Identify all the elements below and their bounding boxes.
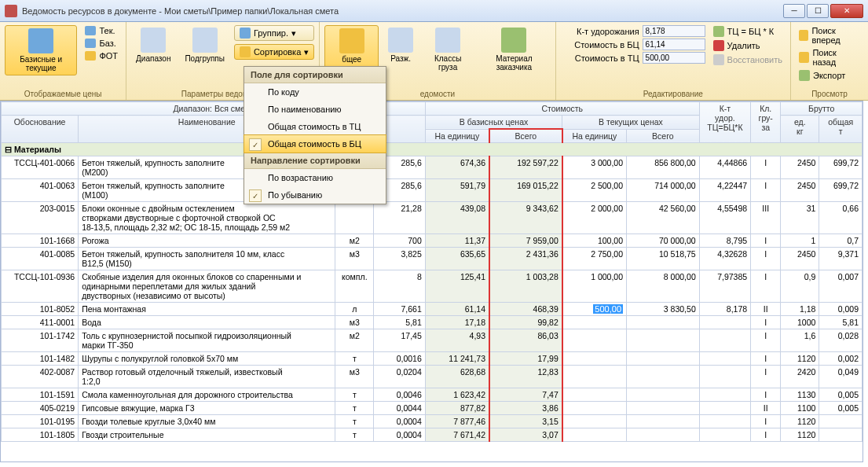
restore-icon [713,54,724,65]
check-icon: ✓ [249,138,262,151]
sort-dir-header: Направление сортировки [244,153,386,169]
export-icon [799,70,810,81]
sbc-input[interactable] [643,39,705,50]
check-icon: ✓ [249,189,262,202]
sort-desc[interactable]: ✓По убыванию [244,186,386,204]
sort-button[interactable]: Сортировка ▾ [234,44,314,60]
titlebar: Ведомость ресурсов в документе - Мои сме… [0,0,868,22]
export-button[interactable]: Экспорт [796,69,863,82]
stc-input[interactable] [643,52,705,64]
restore-button[interactable]: Восстановить [710,53,786,66]
table-row[interactable]: 402-0087Раствор готовый отделочный тяжел… [2,366,863,388]
table-row[interactable]: 101-8052Пена монтажнаял7,66161,14468,395… [2,303,863,316]
baz-icon [85,39,96,48]
kt-input[interactable] [643,25,705,37]
search-fwd-icon [799,30,808,41]
table-row[interactable]: ТССЦ-401-0066Бетон тяжелый, крупность за… [2,156,863,179]
table-row[interactable]: 101-0195Гвозди толевые круглые 3,0х40 мм… [2,415,863,428]
class-icon [435,28,460,53]
subgroup-icon [192,28,218,53]
table-row[interactable]: 101-1805Гвозди строительныет0,00047 671,… [2,428,863,442]
sort-field-header: Поле для сортировки [244,67,386,83]
tc-formula-button[interactable]: ТЦ = БЦ * К [710,25,786,38]
table-row[interactable]: 411-0001Водам35,8117,1899,82I10005,81 [2,316,863,329]
sort-dropdown-menu: Поле для сортировки По коду По наименова… [244,66,386,204]
table-row[interactable]: 101-1591Смола каменноугольная для дорожн… [2,388,863,402]
minimize-button[interactable]: ─ [783,4,805,18]
search-bwd-icon [799,52,809,63]
razzh-button[interactable]: Разж. [383,25,418,65]
table-row[interactable]: 203-0015Блоки оконные с двойным остеклен… [2,202,863,234]
podgruppy-button[interactable]: Подгруппы [180,25,229,65]
klassy-button[interactable]: Классы груза [423,25,473,74]
search-fwd-button[interactable]: Поиск вперед [796,25,863,46]
group-row[interactable]: ⊟ Материалы [2,143,863,156]
table-row[interactable]: 101-1742Толь с крупнозернистой посыпкой … [2,329,863,352]
table-row[interactable]: ТССЦ-101-0936Скобяные изделия для оконны… [2,270,863,303]
formula-icon [713,26,724,37]
tek-button[interactable]: Тек. [82,25,121,36]
prices-icon [28,28,53,53]
sort-asc[interactable]: По возрастанию [244,169,386,186]
sort-by-tc-total[interactable]: Общая стоимость в ТЦ [244,118,386,135]
window-title: Ведомость ресурсов в документе - Мои сме… [22,6,783,16]
collapse-icon [388,28,413,53]
total-icon [339,28,364,53]
fot-button[interactable]: ФОТ [82,50,121,61]
sort-by-bc-total[interactable]: ✓Общая стоимость в БЦ [244,134,386,153]
material-button[interactable]: Материал заказчика [478,25,550,74]
tek-icon [85,26,96,35]
fot-icon [85,51,96,61]
maximize-button[interactable]: ☐ [807,4,829,18]
table-row[interactable]: 101-1668Рогожам270011,377 959,00100,0070… [2,234,863,248]
group-icon [240,28,251,39]
table-row[interactable]: 401-0085Бетон тяжелый, крупность заполни… [2,248,863,270]
delete-icon [713,40,724,51]
app-icon [5,5,17,17]
search-bwd-button[interactable]: Поиск назад [796,47,863,68]
gruppir-button[interactable]: Группир. ▾ [234,25,314,41]
table-row[interactable]: 401-0063Бетон тяжелый, крупность заполни… [2,179,863,202]
sort-by-code[interactable]: По коду [244,83,386,101]
table-row[interactable]: 405-0219Гипсовые вяжущие, марка Г3т0,004… [2,402,863,415]
ribbon: Базисные и текущие Тек. Баз. ФОТ Отображ… [0,22,868,101]
material-icon [501,28,526,53]
diapazon-button[interactable]: Диапазон [131,25,175,65]
data-grid[interactable]: Диапазон: Вся смета Стоимость К-т удор. … [0,101,863,462]
table-row[interactable]: 101-1482Шурупы с полукруглой головкой 5х… [2,352,863,366]
baz-button[interactable]: Баз. [82,38,121,49]
sort-by-name[interactable]: По наименованию [244,101,386,118]
range-icon [141,28,166,53]
delete-button[interactable]: Удалить [710,39,786,52]
sort-icon [240,46,251,57]
close-button[interactable]: ✕ [830,4,863,18]
prices-big-button[interactable]: Базисные и текущие [5,25,77,75]
